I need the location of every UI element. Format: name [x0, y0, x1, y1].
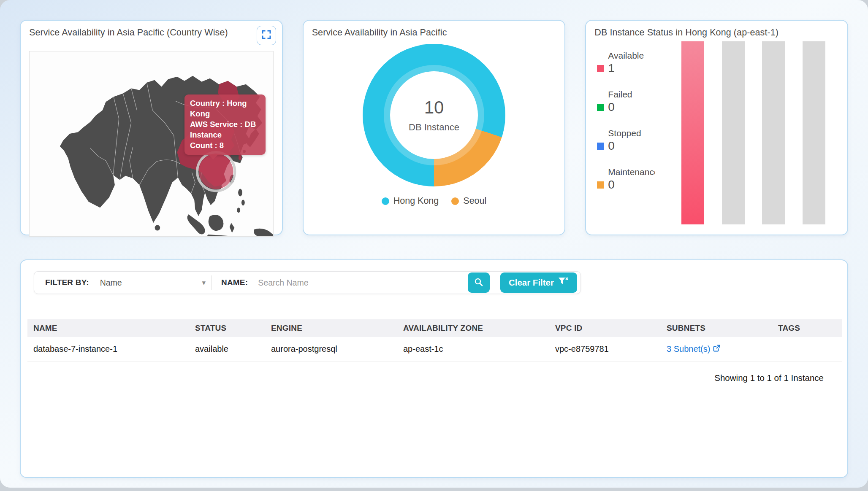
failed-value: 0 [608, 100, 615, 114]
table-header-row: NAME STATUS ENGINE AVAILABILITY ZONE VPC… [27, 319, 842, 337]
filter-by-selected-value: Name [100, 278, 122, 288]
pagination-summary: Showing 1 to 1 of 1 Instance [27, 362, 841, 383]
external-link-icon [713, 344, 720, 354]
stopped-swatch-icon [597, 143, 604, 150]
table-row: database-7-instance-1 available aurora-p… [27, 337, 842, 362]
filter-by-label: FILTER BY: [45, 278, 89, 287]
db-instance-donut-chart[interactable]: 10 DB Instance [363, 44, 505, 186]
bar-available [681, 41, 704, 224]
seoul-legend-label: Seoul [463, 196, 486, 206]
header-engine: ENGINE [265, 319, 397, 337]
donut-card: Service Availability in Asia Pacific 10 … [303, 20, 566, 235]
legend-item-hong-kong[interactable]: Hong Kong [382, 196, 439, 206]
bar-maintenance [803, 41, 825, 224]
tooltip-count-line: Count : 8 [190, 140, 260, 151]
search-name-input[interactable] [248, 278, 468, 288]
map-card-title: Service Availability in Asia Pacific (Co… [29, 27, 228, 38]
donut-card-title: Service Availability in Asia Pacific [312, 27, 556, 38]
fullscreen-expand-icon [261, 30, 271, 41]
cell-vpc-id: vpc-e8759781 [549, 337, 661, 362]
legend-item-maintenance: Maintenance 0 [597, 167, 667, 192]
cell-tags [772, 337, 842, 362]
button-separator [495, 275, 495, 290]
failed-swatch-icon [597, 104, 604, 111]
top-cards-row: Service Availability in Asia Pacific (Co… [0, 0, 868, 235]
legend-item-seoul[interactable]: Seoul [451, 196, 486, 206]
tooltip-country-line: Country : Hong Kong [190, 98, 260, 119]
donut-center-label: 10 DB Instance [363, 44, 505, 186]
filter-by-dropdown[interactable]: FILTER BY: Name ▾ [34, 278, 212, 288]
maintenance-label: Maintenance [608, 167, 655, 177]
subnets-link[interactable]: 3 Subnet(s) [667, 344, 720, 354]
bar-stopped [762, 41, 785, 224]
chevron-down-icon: ▾ [202, 278, 212, 287]
legend-item-failed: Failed 0 [597, 89, 667, 114]
failed-label: Failed [608, 89, 655, 100]
header-name: NAME [27, 319, 189, 337]
maintenance-swatch-icon [597, 181, 604, 189]
available-label: Available [608, 51, 655, 61]
filter-separator [212, 275, 212, 290]
cell-name: database-7-instance-1 [27, 337, 189, 362]
header-subnets: SUBNETS [661, 319, 772, 337]
map-tooltip: Country : Hong Kong AWS Service : DB Ins… [184, 94, 266, 155]
header-availability-zone: AVAILABILITY ZONE [397, 319, 549, 337]
hong-kong-legend-label: Hong Kong [393, 196, 439, 206]
stopped-label: Stopped [608, 128, 655, 138]
hong-kong-legend-dot-icon [382, 197, 389, 205]
available-value: 1 [608, 62, 615, 75]
clear-filter-button[interactable]: Clear Filter [500, 272, 577, 293]
cell-subnets: 3 Subnet(s) [661, 337, 772, 362]
header-tags: TAGS [772, 319, 842, 337]
asia-map-panel[interactable]: Country : Hong Kong AWS Service : DB Ins… [29, 51, 274, 237]
header-vpc-id: VPC ID [549, 319, 661, 337]
dashboard-page: Service Availability in Asia Pacific (Co… [0, 0, 868, 488]
db-instances-table: NAME STATUS ENGINE AVAILABILITY ZONE VPC… [27, 319, 842, 362]
status-card-title: DB Instance Status in Hong Kong (ap-east… [594, 27, 839, 38]
instances-table-card: FILTER BY: Name ▾ NAME: Clear Filter [20, 259, 848, 478]
status-bar-chart [667, 39, 839, 227]
maintenance-value: 0 [608, 178, 615, 192]
fullscreen-expand-button[interactable] [257, 26, 276, 45]
search-icon [474, 277, 484, 289]
filter-bar: FILTER BY: Name ▾ NAME: Clear Filter [34, 271, 581, 294]
donut-total-caption: DB Instance [409, 122, 459, 133]
cell-engine: aurora-postgresql [265, 337, 397, 362]
seoul-legend-dot-icon [451, 197, 459, 205]
header-status: STATUS [189, 319, 265, 337]
cell-availability-zone: ap-east-1c [397, 337, 549, 362]
legend-item-available: Available 1 [597, 51, 667, 75]
clear-filter-label: Clear Filter [509, 278, 554, 288]
cell-status: available [189, 337, 265, 362]
bar-failed [722, 41, 745, 224]
available-swatch-icon [597, 65, 604, 72]
subnets-link-label: 3 Subnet(s) [667, 344, 710, 354]
donut-legend: Hong Kong Seoul [312, 196, 556, 206]
stopped-value: 0 [608, 139, 615, 153]
status-card: DB Instance Status in Hong Kong (ap-east… [585, 20, 848, 235]
legend-item-stopped: Stopped 0 [597, 128, 667, 153]
donut-total-value: 10 [424, 97, 444, 118]
tooltip-service-line: AWS Service : DB Instance [190, 119, 260, 140]
name-field-label: NAME: [221, 278, 248, 287]
map-card: Service Availability in Asia Pacific (Co… [20, 20, 283, 235]
clear-filter-funnel-icon [558, 277, 569, 289]
search-button[interactable] [468, 272, 490, 293]
status-legend: Available 1 Failed 0 S [594, 39, 667, 227]
